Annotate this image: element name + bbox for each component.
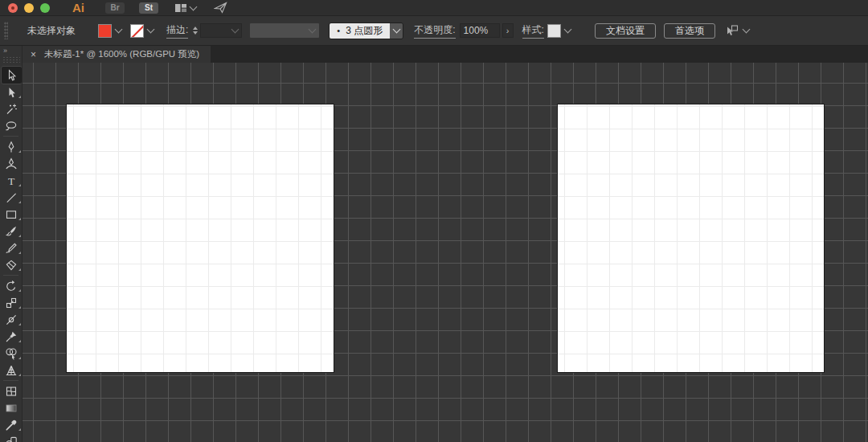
shaper-tool[interactable]	[0, 239, 23, 256]
mesh-icon	[5, 385, 18, 398]
eraser-tool[interactable]	[0, 256, 23, 273]
magic-wand-tool[interactable]	[0, 100, 23, 117]
document-setup-button[interactable]: 文档设置	[595, 23, 656, 39]
opacity-panel-link[interactable]: 不透明度:	[414, 23, 455, 39]
control-bar: 未选择对象 描边: • 3 点圆形 不透明度:	[0, 16, 868, 46]
close-tab-icon[interactable]: ×	[31, 50, 36, 59]
brush-preview[interactable]: • 3 点圆形	[330, 23, 390, 39]
stroke-weight-field[interactable]	[200, 23, 242, 38]
artboard-2[interactable]	[558, 104, 824, 372]
width-tool[interactable]	[0, 311, 23, 328]
chevron-down-icon[interactable]	[231, 26, 240, 34]
variable-width-profile-dropdown[interactable]	[250, 23, 319, 38]
flyout-indicator	[18, 306, 21, 309]
type-icon: T	[5, 174, 18, 187]
flyout-indicator	[18, 96, 21, 98]
graphic-style-swatch[interactable]	[547, 24, 561, 38]
stroke-panel-link[interactable]: 描边:	[166, 23, 188, 39]
shape-builder-tool[interactable]	[0, 345, 23, 362]
selection-icon	[5, 69, 18, 82]
lasso-icon	[5, 120, 18, 133]
workspace-switcher-icon	[174, 2, 187, 14]
gradient-tool[interactable]	[0, 399, 23, 416]
bridge-button[interactable]: Br	[105, 2, 125, 14]
opacity-input[interactable]	[464, 25, 496, 36]
chevron-down-icon[interactable]	[147, 26, 155, 34]
curvature-tool[interactable]	[0, 155, 23, 172]
tool-divider	[3, 136, 18, 137]
lasso-tool[interactable]	[0, 117, 23, 134]
rotate-icon	[5, 280, 18, 293]
fill-color-swatch[interactable]	[98, 24, 112, 38]
select-similar-icon	[725, 24, 739, 37]
rectangle-icon	[5, 208, 18, 221]
zoom-window-button[interactable]	[40, 3, 50, 13]
pen-tool[interactable]	[0, 138, 23, 155]
brush-name-label: 3 点圆形	[346, 24, 383, 38]
svg-text:T: T	[8, 174, 15, 186]
flyout-indicator	[18, 323, 21, 325]
traffic-lights	[8, 3, 50, 13]
direct-selection-tool[interactable]	[0, 84, 23, 100]
expand-tools-panel-button[interactable]: »	[0, 46, 22, 55]
canvas[interactable]	[23, 63, 868, 442]
tool-divider	[3, 275, 18, 276]
scale-tool[interactable]	[0, 294, 23, 311]
rectangle-tool[interactable]	[0, 206, 23, 223]
document-tab[interactable]: × 未标题-1* @ 1600% (RGB/GPU 预览)	[23, 46, 211, 63]
puppet-warp-tool[interactable]	[0, 328, 23, 345]
gradient-icon	[5, 402, 18, 415]
preferences-button[interactable]: 首选项	[664, 23, 715, 39]
title-bar: Ai Br St	[0, 0, 868, 16]
brush-dropdown-button[interactable]	[390, 23, 403, 39]
puppet-warp-icon	[5, 330, 18, 343]
paintbrush-tool[interactable]	[0, 223, 23, 239]
direct-selection-icon	[5, 86, 18, 99]
artboard-1[interactable]	[67, 104, 334, 372]
minimize-window-button[interactable]	[24, 3, 34, 13]
mesh-tool[interactable]	[0, 383, 23, 399]
share-button[interactable]	[214, 2, 227, 14]
flyout-indicator	[18, 218, 21, 220]
stock-button[interactable]: St	[139, 2, 158, 14]
flyout-indicator	[18, 340, 21, 342]
chevron-down-icon	[190, 2, 198, 10]
flyout-indicator	[18, 428, 21, 431]
flyout-indicator	[18, 201, 21, 203]
chevron-down-icon[interactable]	[115, 26, 123, 34]
line-segment-tool[interactable]	[0, 189, 23, 206]
eyedropper-tool[interactable]	[0, 416, 23, 433]
stroke-none-swatch[interactable]	[130, 24, 144, 38]
flyout-indicator	[18, 150, 21, 153]
select-similar-control[interactable]	[725, 24, 749, 37]
illustrator-window: Ai Br St 未选择对象 描边:	[0, 0, 868, 442]
close-window-button[interactable]	[8, 3, 18, 13]
type-tool[interactable]: T	[0, 172, 23, 189]
opacity-field-wrap	[460, 23, 500, 38]
fill-color-control[interactable]	[98, 24, 123, 38]
stroke-weight-stepper[interactable]	[193, 27, 198, 35]
stroke-color-control[interactable]	[130, 24, 155, 38]
brush-definition-dropdown[interactable]: • 3 点圆形	[329, 23, 403, 39]
eraser-icon	[5, 259, 18, 272]
perspective-grid-tool[interactable]	[0, 362, 23, 379]
perspective-grid-icon	[5, 364, 18, 377]
tools-panel-grip[interactable]	[2, 56, 20, 63]
workspace-switcher[interactable]	[174, 2, 196, 14]
tools-panel: » T	[0, 46, 23, 442]
document-tab-title: 未标题-1* @ 1600% (RGB/GPU 预览)	[44, 48, 199, 60]
rotate-tool[interactable]	[0, 277, 23, 294]
chevron-down-icon[interactable]	[742, 26, 750, 34]
style-panel-link[interactable]: 样式:	[522, 23, 544, 39]
blend-tool[interactable]	[0, 433, 23, 442]
opacity-options-arrow[interactable]: ›	[502, 23, 514, 38]
scale-icon	[5, 297, 18, 309]
tool-divider	[3, 380, 18, 381]
flyout-indicator	[18, 184, 21, 186]
chevron-down-icon[interactable]	[563, 26, 571, 34]
selection-tool[interactable]	[0, 67, 23, 84]
blend-icon	[5, 436, 18, 442]
control-bar-grip[interactable]	[4, 22, 8, 39]
chevron-down-icon	[309, 26, 317, 34]
chevron-down-icon	[392, 26, 400, 34]
